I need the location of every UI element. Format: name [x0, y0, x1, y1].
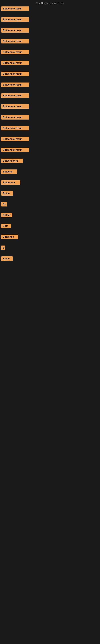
- bottleneck-result-badge[interactable]: Bottleneck result: [1, 94, 29, 98]
- list-item: Bottleneck result: [1, 28, 99, 34]
- bottleneck-result-badge[interactable]: Bottleneck result: [1, 148, 29, 152]
- list-item: Bottleneck result: [1, 115, 99, 120]
- list-item: Bottleneck result: [1, 50, 99, 55]
- bottleneck-result-badge[interactable]: Bottle: [1, 191, 13, 196]
- bottleneck-result-badge[interactable]: Bott: [1, 224, 11, 228]
- bottleneck-result-badge[interactable]: Bottleneck result: [1, 72, 29, 76]
- bottleneck-result-badge[interactable]: Bottleneck result: [1, 17, 29, 22]
- bottleneck-result-badge[interactable]: Bottleneck result: [1, 6, 29, 11]
- bottleneck-result-badge[interactable]: B: [1, 246, 5, 250]
- bottleneck-result-badge[interactable]: Bottlene: [1, 170, 17, 174]
- bottleneck-result-badge[interactable]: Bottleneck re: [1, 158, 23, 163]
- list-item: Bottle: [1, 191, 99, 196]
- list-item: Bottleneck result: [1, 94, 99, 98]
- bottleneck-result-badge[interactable]: Bottle: [1, 256, 13, 261]
- list-item: B: [1, 246, 99, 251]
- list-item: Bo: [1, 202, 99, 207]
- bottleneck-result-badge[interactable]: Bottlenec: [1, 235, 18, 239]
- bottleneck-result-badge[interactable]: Bottler: [1, 213, 12, 217]
- list-item: Bottleneck result: [1, 126, 99, 131]
- bottleneck-result-badge[interactable]: Bottleneck: [1, 180, 20, 185]
- list-item: Bottleneck result: [1, 6, 99, 12]
- bottleneck-result-badge[interactable]: Bottleneck result: [1, 39, 29, 44]
- bottleneck-result-badge[interactable]: Bottleneck result: [1, 82, 29, 87]
- list-item: Bottleneck: [1, 180, 99, 186]
- list-item: Bottlenec: [1, 235, 99, 240]
- list-item: Bottleneck result: [1, 104, 99, 110]
- bottleneck-result-badge[interactable]: Bottleneck result: [1, 50, 29, 54]
- bottleneck-result-badge[interactable]: Bottleneck result: [1, 61, 29, 65]
- list-item: Bottleneck result: [1, 72, 99, 77]
- bottleneck-result-badge[interactable]: Bottleneck result: [1, 126, 29, 130]
- list-item: Bott: [1, 224, 99, 229]
- list-item: Bottleneck result: [1, 17, 99, 22]
- list-item: Bottleneck re: [1, 158, 99, 164]
- list-item: Bottleneck result: [1, 39, 99, 44]
- list-item: Bottler: [1, 213, 99, 218]
- list-item: Bottleneck result: [1, 61, 99, 66]
- list-item: Bottlene: [1, 170, 99, 175]
- bottleneck-result-badge[interactable]: Bottleneck result: [1, 115, 29, 120]
- bottleneck-result-badge[interactable]: Bottleneck result: [1, 137, 29, 141]
- list-item: Bottleneck result: [1, 137, 99, 142]
- list-item: Bottle: [1, 256, 99, 262]
- bottleneck-result-badge[interactable]: Bo: [1, 202, 7, 206]
- items-container: Bottleneck resultBottleneck resultBottle…: [0, 6, 100, 268]
- bottleneck-result-badge[interactable]: Bottleneck result: [1, 28, 29, 32]
- bottleneck-result-badge[interactable]: Bottleneck result: [1, 104, 29, 109]
- list-item: Bottleneck result: [1, 148, 99, 153]
- list-item: Bottleneck result: [1, 82, 99, 88]
- site-title-text: TheBottlenecker.com: [0, 0, 100, 6]
